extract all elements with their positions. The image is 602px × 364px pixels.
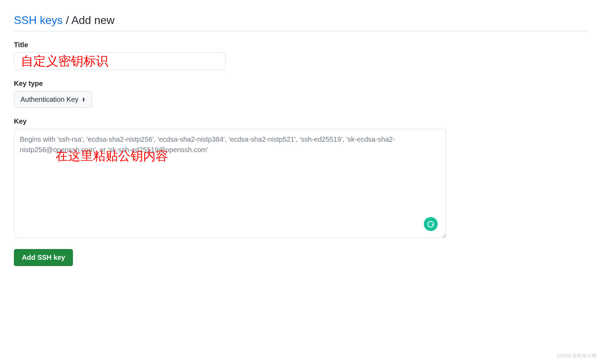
title-label: Title [14,41,588,49]
breadcrumb-separator: / [66,14,69,26]
key-group: Key 在这里粘贴公钥内容 [14,117,588,239]
key-type-selected-value: Authentication Key [20,96,79,104]
key-type-group: Key type Authentication Key ▲ ▼ [14,80,588,108]
select-caret-icon: ▲ ▼ [82,97,85,102]
breadcrumb-ssh-keys-link[interactable]: SSH keys [14,14,63,26]
key-label: Key [14,117,588,125]
key-textarea[interactable] [14,129,446,238]
key-type-label: Key type [14,80,588,88]
title-input[interactable] [14,52,226,70]
title-group: Title 自定义密钥标识 [14,41,588,70]
grammarly-icon[interactable] [424,217,438,231]
add-ssh-key-button[interactable]: Add SSH key [14,249,73,266]
key-textarea-container: 在这里粘贴公钥内容 [14,129,446,239]
key-type-select[interactable]: Authentication Key ▲ ▼ [14,91,92,108]
breadcrumb-current: Add new [71,14,115,26]
breadcrumb: SSH keys / Add new [14,14,588,31]
